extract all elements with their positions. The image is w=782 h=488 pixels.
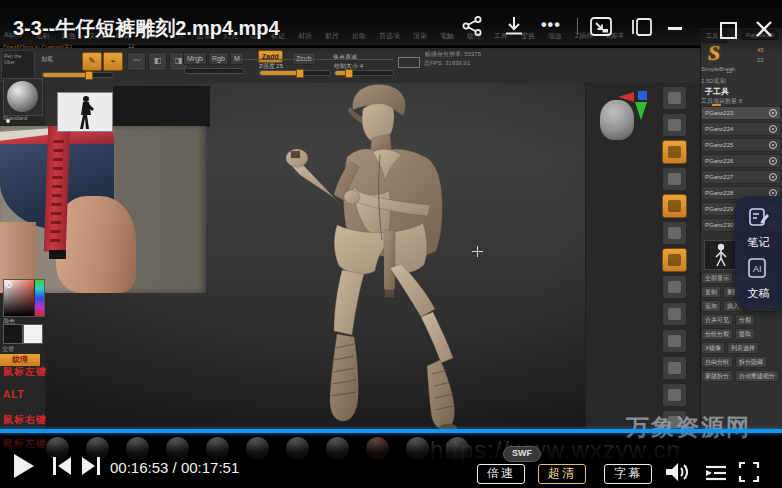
subtool-action-button[interactable]: 合并可见 [701, 314, 733, 326]
camera-head-widget[interactable] [600, 100, 634, 140]
right-shelf-button-transp[interactable] [662, 248, 687, 272]
right-shelf-button-scroll[interactable] [662, 383, 687, 407]
stroke-slider[interactable] [42, 72, 114, 78]
stroke-type-button-1[interactable]: 〰 [127, 52, 146, 71]
svg-text:AI: AI [753, 264, 762, 274]
minimize-button[interactable] [668, 27, 682, 30]
right-shelf-button-local[interactable] [662, 221, 687, 245]
subtool-name: PGanc225 [705, 142, 733, 148]
video-title: 3-3--牛仔短裤雕刻2.mp4.mp4 [13, 15, 280, 42]
subtool-action-button[interactable]: 拆分隐藏 [735, 356, 767, 368]
subtool-name: PGanc230 [705, 222, 733, 228]
progress-bar[interactable] [0, 429, 782, 433]
picker-cursor [6, 282, 12, 288]
subtool-action-button[interactable]: 全部显示 [701, 272, 733, 284]
playlist-icon[interactable] [704, 463, 728, 483]
held-object [291, 151, 300, 158]
keycast-line-3: 鼠标右键 [3, 413, 47, 427]
current-brush-thumb[interactable] [3, 78, 43, 116]
right-shelf-button-solo[interactable] [662, 302, 687, 326]
axis-x-arrow [618, 92, 634, 102]
subtool-action-button[interactable]: X镜像 [701, 342, 725, 354]
next-episode-button[interactable] [80, 457, 101, 475]
subtool-row[interactable]: PGanc224 [701, 122, 781, 136]
z-intensity-slider[interactable] [259, 70, 331, 76]
subtool-action-button[interactable]: 列表选择 [727, 342, 759, 354]
subtool-action-button[interactable]: 分裂 [735, 314, 755, 326]
subtool-row[interactable]: PGanc226 [701, 154, 781, 168]
swf-badge: SWF [503, 446, 541, 462]
subtool-action-button[interactable]: 蒙版拆分 [701, 370, 733, 382]
alt-color-label: 交替 [2, 345, 14, 354]
figure-left-hand [344, 190, 360, 204]
color-picker[interactable] [3, 279, 45, 317]
right-shelf-button-floor[interactable] [662, 167, 687, 191]
hue-strip[interactable] [34, 280, 44, 316]
figure-right-thigh [334, 270, 364, 335]
secondary-color-swatch[interactable] [23, 324, 43, 344]
rgb-intensity-slider[interactable] [184, 68, 244, 74]
prev-episode-button[interactable] [52, 457, 73, 475]
note-icon[interactable] [748, 206, 770, 228]
share-icon[interactable] [461, 15, 483, 37]
visibility-eye-icon[interactable] [769, 109, 777, 117]
subtool-action-button[interactable]: 提取 [735, 328, 755, 340]
quality-button[interactable]: 超清 [538, 464, 586, 484]
doc-ai-icon[interactable]: AI [747, 257, 771, 279]
figure-left-calf [421, 312, 453, 363]
time-display: 00:16:53 / 00:17:51 [110, 459, 239, 476]
subtool-row[interactable]: PGanc223 [701, 106, 781, 120]
brush-preview-box[interactable]: Pen the Uber [1, 50, 35, 81]
stroke-label: 划笔 [41, 55, 53, 64]
stroke-dot-1 [6, 119, 10, 123]
reference-thumbnail [57, 92, 113, 132]
subtool-action-button[interactable]: 追加 [701, 300, 721, 312]
right-shelf-button-scale[interactable] [662, 329, 687, 353]
main-color-swatch[interactable] [3, 324, 23, 344]
volume-icon[interactable] [664, 460, 692, 484]
playback-speed-button[interactable]: 倍速 [477, 464, 525, 484]
subtool-action-button[interactable]: 自动重建细分 [735, 370, 779, 382]
fps-info: 总FPS: 31939.91 [424, 59, 470, 68]
photo-strap-tip [49, 250, 66, 259]
subtool-row[interactable]: PGanc225 [701, 138, 781, 152]
right-shelf-button-polyframe[interactable] [662, 194, 687, 218]
note-label[interactable]: 笔记 [748, 235, 770, 250]
pen-tool-button[interactable]: ✎ [82, 52, 102, 71]
right-shelf-button-zoom[interactable] [662, 356, 687, 380]
sculpt-figure[interactable] [278, 80, 590, 436]
sidebar-icon[interactable] [631, 17, 653, 37]
subtool-name: PGanc224 [705, 126, 733, 132]
subtool-name: PGanc227 [705, 174, 733, 180]
subtool-action-button[interactable]: 自由分组 [701, 356, 733, 368]
tool-stat-3: 12 [726, 68, 733, 74]
stroke-type-button-2[interactable]: ◧ [148, 52, 167, 71]
maximize-button[interactable] [720, 22, 737, 39]
more-options-icon[interactable]: ••• [541, 16, 567, 36]
subtool-row[interactable]: PGanc227 [701, 170, 781, 184]
visibility-eye-icon[interactable] [769, 141, 777, 149]
notes-floating-panel: 笔记 AI 文稿 [735, 196, 782, 310]
axis-y-arrow [635, 102, 647, 120]
doc-label[interactable]: 文稿 [748, 286, 770, 301]
visibility-eye-icon[interactable] [769, 125, 777, 133]
fullscreen-icon[interactable] [738, 461, 760, 483]
subtitle-button[interactable]: 字幕 [604, 464, 652, 484]
draw-size-slider[interactable] [334, 70, 394, 76]
right-shelf-button-aahalf[interactable] [662, 113, 687, 137]
subtool-preview-thumb[interactable] [704, 240, 738, 270]
play-button[interactable] [14, 454, 34, 478]
close-button[interactable] [754, 19, 774, 39]
pen2-tool-button[interactable]: ⌁ [103, 52, 123, 71]
subtool-action-button[interactable]: 分组分裂 [701, 328, 733, 340]
subtool-header[interactable]: 子工具 [705, 86, 729, 97]
download-icon[interactable] [503, 15, 525, 37]
right-shelf-button-bpr[interactable] [662, 86, 687, 110]
visibility-eye-icon[interactable] [769, 173, 777, 181]
right-shelf-button-persp[interactable] [662, 140, 687, 164]
figure-belt-strap [384, 230, 395, 290]
subtool-action-button[interactable]: 复制 [701, 286, 721, 298]
visibility-eye-icon[interactable] [769, 157, 777, 165]
pip-icon[interactable] [589, 16, 613, 37]
right-shelf-button-ghost[interactable] [662, 275, 687, 299]
